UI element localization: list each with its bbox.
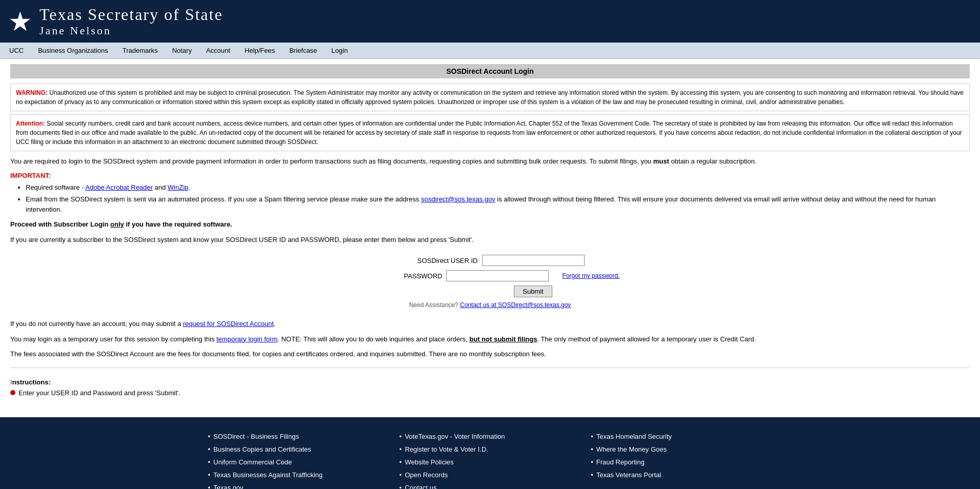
footer-col-2: VoteTexas.gov - Voter Information Regist… bbox=[399, 433, 581, 490]
footer-item-contact: Contact us bbox=[399, 484, 581, 490]
warning-text: Unauthorized use of this system is prohi… bbox=[16, 89, 964, 106]
important-label: IMPORTANT: bbox=[10, 172, 970, 179]
nav-bar: UCC Business Organizations Trademarks No… bbox=[0, 43, 980, 59]
request-account-link[interactable]: request for SOSDirect Account bbox=[183, 320, 274, 328]
footer-col-1: SOSDirect - Business Filings Business Co… bbox=[208, 433, 389, 490]
attention-box: Attention: Social security numbers, cred… bbox=[10, 114, 970, 151]
temp-post: . The only method of payment allowed for… bbox=[537, 335, 756, 343]
important-list: Required software - Adobe Acrobat Reader… bbox=[26, 182, 970, 215]
divider bbox=[10, 368, 970, 368]
footer-item-homeland: Texas Homeland Security bbox=[591, 433, 772, 440]
footer-item-texasgov: Texas.gov bbox=[208, 484, 389, 490]
header-title-line2: Jane Nelson bbox=[39, 24, 223, 37]
password-input[interactable] bbox=[446, 270, 549, 281]
footer-item-register-vote: Register to Vote & Voter I.D. bbox=[399, 445, 581, 453]
footer-list-1: SOSDirect - Business Filings Business Co… bbox=[208, 433, 389, 490]
footer-item-votetexas: VoteTexas.gov - Voter Information bbox=[399, 433, 581, 440]
footer-item-ucc: Uniform Commercial Code bbox=[208, 458, 389, 466]
intro-text-post: obtain a regular subscription. bbox=[669, 157, 757, 165]
bullet-item-1: Required software - Adobe Acrobat Reader… bbox=[26, 182, 970, 193]
footer-item-copies: Business Copies and Certificates bbox=[208, 445, 389, 453]
footer-item-fraud: Fraud Reporting bbox=[591, 458, 772, 466]
warning-label: WARNING: bbox=[16, 89, 48, 96]
temp-login-link[interactable]: temporary login form bbox=[216, 335, 277, 343]
header: ★ Texas Secretary of State Jane Nelson bbox=[0, 0, 980, 43]
instruction-item-1: Enter your USER ID and Password and pres… bbox=[10, 389, 970, 397]
red-bullet-icon bbox=[10, 390, 15, 395]
no-account-post: . bbox=[274, 320, 276, 328]
page-title: SOSDirect Account Login bbox=[10, 64, 970, 78]
assistance-link[interactable]: Contact us at SOSDirect@sos.texas.gov bbox=[460, 301, 571, 309]
temp-pre: You may login as a temporary user for th… bbox=[10, 335, 216, 343]
proceed-post: if you have the required software. bbox=[124, 220, 232, 228]
attention-label: Attention: bbox=[16, 120, 45, 127]
userid-input[interactable] bbox=[482, 255, 585, 266]
footer-item-website-policies: Website Policies bbox=[399, 458, 581, 466]
intro-must: must bbox=[653, 157, 669, 165]
bullet2-pre: Email from the SOSDirect system is sent … bbox=[26, 195, 421, 203]
intro-text-pre: You are required to login to the SOSDire… bbox=[10, 157, 653, 165]
nav-trademarks[interactable]: Trademarks bbox=[115, 43, 165, 58]
subscriber-paragraph: If you are currently a subscriber to the… bbox=[10, 235, 970, 245]
footer-item-money: Where the Money Goes bbox=[591, 445, 772, 453]
footer-item-open-records: Open Records bbox=[399, 471, 581, 479]
assistance-text: Need Assistance? Contact us at SOSDirect… bbox=[10, 301, 970, 309]
submit-row: Submit bbox=[10, 286, 970, 297]
temp-no-filings: but not submit filings bbox=[469, 335, 537, 343]
acrobat-reader-link[interactable]: Adobe Acrobat Reader bbox=[85, 184, 153, 191]
winzip-link[interactable]: WinZip bbox=[168, 184, 188, 191]
warning-box: WARNING: Unauthorized use of this system… bbox=[10, 84, 970, 111]
bullet1-mid: and bbox=[153, 184, 168, 191]
footer: SOSDirect - Business Filings Business Co… bbox=[0, 417, 980, 490]
submit-button[interactable]: Submit bbox=[514, 286, 552, 297]
star-icon: ★ bbox=[8, 8, 32, 35]
footer-list-2: VoteTexas.gov - Voter Information Regist… bbox=[399, 433, 581, 490]
nav-business-orgs[interactable]: Business Organizations bbox=[31, 43, 115, 58]
bullet1-post: . bbox=[188, 184, 190, 191]
footer-item-sosdirect: SOSDirect - Business Filings bbox=[208, 433, 389, 440]
footer-item-veterans: Texas Veterans Portal bbox=[591, 471, 772, 479]
fees-paragraph: The fees associated with the SOSDirect A… bbox=[10, 349, 970, 359]
footer-item-trafficking: Texas Businesses Against Trafficking bbox=[208, 471, 389, 479]
nav-briefcase[interactable]: Briefcase bbox=[282, 43, 324, 58]
proceed-paragraph: Proceed with Subscriber Login only if yo… bbox=[10, 219, 970, 230]
header-title-line1: Texas Secretary of State bbox=[39, 5, 223, 24]
login-form: SOSDirect USER ID PASSWORD Forgot my pas… bbox=[10, 255, 970, 309]
footer-grid: SOSDirect - Business Filings Business Co… bbox=[208, 433, 772, 490]
proceed-pre: Proceed with Subscriber Login bbox=[10, 220, 110, 228]
nav-notary[interactable]: Notary bbox=[165, 43, 199, 58]
instruction-text-1: Enter your USER ID and Password and pres… bbox=[18, 389, 181, 397]
bullet-item-2: Email from the SOSDirect system is sent … bbox=[26, 194, 970, 214]
proceed-only: only bbox=[110, 220, 124, 228]
bullet1-pre: Required software - bbox=[26, 184, 85, 191]
userid-row: SOSDirect USER ID bbox=[10, 255, 970, 266]
temp-login-paragraph: You may login as a temporary user for th… bbox=[10, 334, 970, 344]
title-block: Texas Secretary of State Jane Nelson bbox=[39, 5, 223, 37]
sosdirect-email-link[interactable]: sosdirect@sos.texas.gov bbox=[421, 195, 495, 203]
nav-ucc[interactable]: UCC bbox=[2, 43, 31, 58]
assistance-pre: Need Assistance? bbox=[409, 301, 460, 309]
intro-paragraph: You are required to login to the SOSDire… bbox=[10, 156, 970, 167]
temp-mid: . NOTE: This will allow you to do web in… bbox=[277, 335, 469, 343]
main-content: SOSDirect Account Login WARNING: Unautho… bbox=[0, 59, 980, 407]
password-label: PASSWORD bbox=[360, 272, 442, 280]
password-row: PASSWORD Forgot my password. bbox=[10, 270, 970, 281]
attention-text: Social security numbers, credit card and… bbox=[16, 120, 962, 146]
nav-account[interactable]: Account bbox=[199, 43, 237, 58]
nav-login[interactable]: Login bbox=[324, 43, 355, 58]
nav-help-fees[interactable]: Help/Fees bbox=[237, 43, 282, 58]
userid-label: SOSDirect USER ID bbox=[396, 257, 478, 264]
no-account-pre: If you do not currently have an account,… bbox=[10, 320, 183, 328]
instructions-title: Instructions: bbox=[10, 378, 970, 386]
footer-col-3: Texas Homeland Security Where the Money … bbox=[591, 433, 772, 490]
no-account-paragraph: If you do not currently have an account,… bbox=[10, 319, 970, 329]
forgot-password-link[interactable]: Forgot my password. bbox=[562, 272, 619, 279]
footer-list-3: Texas Homeland Security Where the Money … bbox=[591, 433, 772, 479]
instructions-section: Instructions: Enter your USER ID and Pas… bbox=[10, 378, 970, 397]
